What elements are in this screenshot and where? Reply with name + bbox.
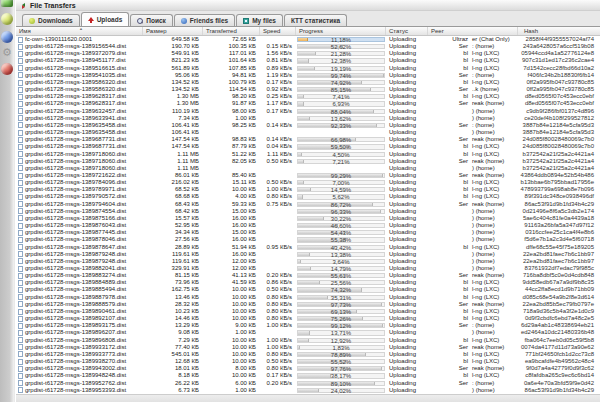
table-row[interactable]: grpdist-t61728-msgs-1389718060.dist1.11 …	[16, 165, 600, 172]
speed-cell: 0.92 КБ/s	[260, 86, 296, 93]
table-row[interactable]: grpdist-t61728-msgs-1389933172.dist77.40…	[16, 344, 600, 351]
table-row[interactable]: grpdist-t61728-msgs-1389938270.dist12.68…	[16, 358, 600, 365]
progress-percent-label: 25,56%	[298, 281, 384, 284]
table-row[interactable]: grpdist-t61728-msgs-1389632457.dist110.1…	[16, 108, 600, 115]
app-icon-green-square[interactable]	[1, 0, 13, 7]
table-row[interactable]: grpdist-t61728-msgs-1389887978.dist13.46…	[16, 294, 600, 301]
table-row[interactable]: grpdist-t61728-msgs-1389877445.dist34.34…	[16, 229, 600, 236]
table-row[interactable]: grpdist-t61728-msgs-1389896808.dist7.29 …	[16, 337, 600, 344]
table-row[interactable]: grpdist-t61728-msgs-1389789971.dist68.52…	[16, 186, 600, 193]
table-row[interactable]: grpdist-t61728-msgs-1389952762.dist26.22…	[16, 380, 600, 387]
column-header-progress[interactable]: Progress	[296, 27, 386, 35]
progress-bar: 14,79%	[297, 266, 385, 271]
table-row[interactable]: grpdist-t61728-msgs-1389948248.dist8.18 …	[16, 372, 600, 379]
tab-поиск[interactable]: Поиск	[130, 14, 173, 26]
transferred-cell: 98.20 КБ	[203, 93, 260, 100]
progress-bar: 96,33%	[297, 209, 385, 214]
tab-ктт-статистика[interactable]: КТТ статистика	[284, 14, 347, 26]
table-row[interactable]: grpdist-t61728-msgs-1389628317.dist1.30 …	[16, 93, 600, 100]
table-row[interactable]: grpdist-t61728-msgs-1389953393.dist6.73 …	[16, 387, 600, 394]
status-cell: Uploading	[386, 86, 428, 93]
column-header-name[interactable]: Имя▲	[16, 27, 143, 35]
column-header-size[interactable]: Размер	[143, 27, 203, 35]
table-row[interactable]: grpdist-t61728-msgs-1389451177.dist821.2…	[16, 57, 600, 64]
column-header-status[interactable]: Статус	[386, 27, 428, 35]
table-row[interactable]: grpdist-t61728-msgs-1389635458.dist106.4…	[16, 122, 600, 129]
table-row[interactable]: grpdist-t61728-msgs-1389875166.dist15.57…	[16, 215, 600, 222]
table-row[interactable]: grpdist-t61728-msgs-1389890461.dist10.23…	[16, 308, 600, 315]
progress-bar: 97,76%	[297, 366, 385, 371]
table-row[interactable]: grpdist-t61728-msgs-1389882041.dist329.9…	[16, 265, 600, 272]
peer-nick-cell: Ultraz	[428, 36, 470, 43]
table-row[interactable]: grpdist-t61728-msgs-1389586320.dist134.5…	[16, 79, 600, 86]
file-icon	[18, 380, 23, 386]
table-row[interactable]: grpdist-t61728-msgs-1389628317.dist1.30 …	[16, 100, 600, 107]
table-row[interactable]: grpdist-t61728-msgs-1389876043.dist52.95…	[16, 222, 600, 229]
status-cell: Uploading	[386, 50, 428, 57]
transferred-cell: 114.54 КБ	[203, 86, 260, 93]
table-row[interactable]: grpdist-t61728-msgs-1389878647.dist28.89…	[16, 244, 600, 251]
table-row[interactable]: fc-own-1390111620.0001649.58 КБ72.65 КБ1…	[16, 36, 600, 43]
app-icon-info-blue[interactable]	[1, 31, 13, 43]
status-cell: Uploading	[386, 244, 428, 251]
table-row[interactable]: grpdist-t61728-msgs-1389718060.dist1.11 …	[16, 151, 600, 158]
table-row[interactable]: grpdist-t61728-msgs-1389885494.dist162.7…	[16, 286, 600, 293]
transfer-table-body[interactable]: fc-own-1390111620.0001649.58 КБ72.65 КБ1…	[16, 36, 600, 394]
size-cell: 1.11 МБ	[143, 165, 203, 172]
table-row[interactable]: grpdist-t61728-msgs-1389879248.dist119.6…	[16, 258, 600, 265]
tab-downloads[interactable]: Downloads	[22, 14, 80, 26]
table-row[interactable]: grpdist-t61728-msgs-1389372079.dist549.9…	[16, 50, 600, 57]
column-header-transferred[interactable]: Transferred	[203, 27, 260, 35]
peer-nick-cell	[428, 115, 470, 122]
peer-nick-cell: bl	[428, 244, 470, 251]
file-name: grpdist-t61728-msgs-1389790572.dist	[25, 193, 126, 200]
table-row[interactable]: grpdist-t61728-msgs-1389516615.dist561.8…	[16, 65, 600, 72]
table-row[interactable]: grpdist-t61728-msgs-1389687731.dist147.5…	[16, 143, 600, 150]
table-row[interactable]: grpdist-t61728-msgs-1389892107.dist14.46…	[16, 315, 600, 322]
file-icon	[18, 208, 23, 214]
column-header-peer[interactable]: Peer	[428, 27, 518, 35]
table-row[interactable]: grpdist-t61728-msgs-1389888579.dist28.32…	[16, 301, 600, 308]
table-row[interactable]: grpdist-t61728-msgs-1389718060.dist1.11 …	[16, 158, 600, 165]
progress-cell: 46,60%	[296, 222, 386, 229]
table-row[interactable]: grpdist-t61728-msgs-1389794604.dist68.43…	[16, 201, 600, 208]
hash-cell: dffe68c55e45f75e189205	[518, 244, 597, 251]
table-row[interactable]: grpdist-t61728-msgs-1389687731.dist147.5…	[16, 136, 600, 143]
table-row[interactable]: grpdist-t61728-msgs-1389879248.dist119.6…	[16, 251, 600, 258]
file-icon	[18, 65, 23, 71]
tab-friends-files[interactable]: Friends files	[174, 14, 235, 26]
table-row[interactable]: grpdist-t61728-msgs-1389933773.dist545.0…	[16, 351, 600, 358]
app-icon-yellow-sphere[interactable]	[1, 13, 13, 25]
table-row[interactable]: grpdist-t61728-msgs-1389884889.dist73.96…	[16, 279, 600, 286]
table-row[interactable]: grpdist-t61728-msgs-1389893175.dist13.29…	[16, 322, 600, 329]
table-row[interactable]: grpdist-t61728-msgs-1389156544.dist190.7…	[16, 43, 600, 50]
table-row[interactable]: grpdist-t61728-msgs-1389784096.dist216.0…	[16, 179, 600, 186]
table-row[interactable]: grpdist-t61728-msgs-1389586320.dist134.5…	[16, 86, 600, 93]
hash-cell: 05944ccd4a1a52776124e8	[518, 50, 597, 57]
table-row[interactable]: grpdist-t61728-msgs-1389541035.dist95.06…	[16, 72, 600, 79]
column-header-speed[interactable]: Speed	[260, 27, 296, 35]
table-row[interactable]: grpdist-t61728-msgs-1389790572.dist68.68…	[16, 193, 600, 200]
app-icon-gear-gray[interactable]: ⚙	[1, 47, 13, 59]
table-row[interactable]: grpdist-t61728-msgs-1389874554.dist68.42…	[16, 208, 600, 215]
column-header-hash[interactable]: Hash	[518, 27, 597, 35]
progress-cell: 99,12%	[296, 322, 386, 329]
table-row[interactable]: grpdist-t61728-msgs-1389878046.dist27.56…	[16, 236, 600, 243]
table-row[interactable]: grpdist-t61728-msgs-1389883274.dist81.15…	[16, 272, 600, 279]
progress-cell: 35,31%	[296, 294, 386, 301]
speed-cell: 1.00 КБ/s	[260, 186, 296, 193]
table-row[interactable]: grpdist-t61728-msgs-1389633941.dist7.34 …	[16, 115, 600, 122]
table-row[interactable]: grpdist-t61728-msgs-1389943002.dist18.01…	[16, 365, 600, 372]
table-row[interactable]: grpdist-t61728-msgs-1389721622.dist86.01…	[16, 172, 600, 179]
file-name: grpdist-t61728-msgs-1389687731.dist	[25, 136, 126, 143]
transferred-cell: 94.81 КБ	[203, 72, 260, 79]
tab-uploads[interactable]: Uploads	[81, 12, 130, 26]
tab-my-files[interactable]: My files	[236, 14, 283, 26]
peer-nick-cell	[428, 208, 470, 215]
size-cell: 329.91 КБ	[143, 265, 203, 272]
table-row[interactable]: grpdist-t61728-msgs-1389896207.dist9.08 …	[16, 329, 600, 336]
app-icon-stop-red[interactable]	[1, 63, 13, 75]
table-row[interactable]: grpdist-t61728-msgs-1389635458.dist106.4…	[16, 129, 600, 136]
status-cell: Uploading	[386, 279, 428, 286]
progress-cell: 97,76%	[296, 365, 386, 372]
